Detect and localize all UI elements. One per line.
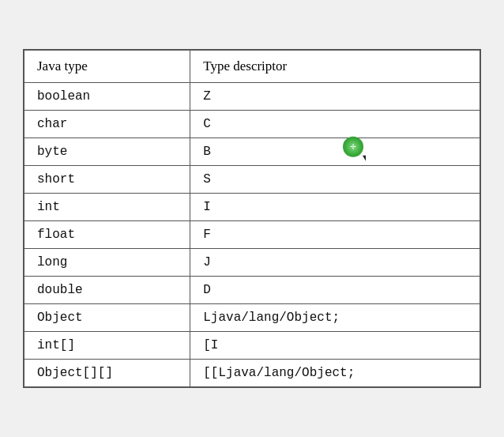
java-type-cell: long [24, 249, 190, 277]
table-row: longJ [24, 249, 480, 277]
column-header-java-type: Java type [24, 51, 190, 83]
java-type-cell: byte [24, 138, 190, 166]
descriptor-cell: I [190, 194, 480, 221]
java-type-cell: double [24, 277, 190, 304]
java-type-cell: boolean [24, 83, 190, 111]
table-row: ObjectLjava/lang/Object; [24, 304, 480, 332]
descriptor-cell: Z [190, 83, 480, 111]
descriptor-cell: F [190, 221, 480, 249]
table-row: byteB✛ [24, 138, 480, 166]
table-row: shortS [24, 166, 480, 194]
java-type-table: Java type Type descriptor booleanZcharCb… [24, 50, 480, 387]
cursor-overlay: ✛ [343, 137, 368, 162]
table-row: booleanZ [24, 83, 480, 111]
descriptor-cell: J [190, 249, 480, 277]
table-row: doubleD [24, 277, 480, 304]
table-row: intI [24, 194, 480, 221]
descriptor-cell: [[Ljava/lang/Object; [190, 360, 480, 387]
table-row: floatF [24, 221, 480, 249]
table-container: Java type Type descriptor booleanZcharCb… [23, 49, 481, 388]
java-type-cell: int [24, 194, 190, 221]
table-header-row: Java type Type descriptor [24, 51, 480, 83]
java-type-cell: char [24, 111, 190, 138]
column-header-type-descriptor: Type descriptor [190, 51, 480, 83]
descriptor-cell: D [190, 277, 480, 304]
java-type-cell: float [24, 221, 190, 249]
descriptor-cell: [I [190, 332, 480, 360]
descriptor-cell: B✛ [190, 138, 480, 166]
descriptor-cell: S [190, 166, 480, 194]
java-type-cell: int[] [24, 332, 190, 360]
cursor-arrow-icon [363, 156, 366, 161]
descriptor-cell: C [190, 111, 480, 138]
java-type-cell: Object[][] [24, 360, 190, 387]
descriptor-cell: Ljava/lang/Object; [190, 304, 480, 332]
java-type-cell: short [24, 166, 190, 194]
table-row: Object[][][[Ljava/lang/Object; [24, 360, 480, 387]
table-row: int[][I [24, 332, 480, 360]
java-type-cell: Object [24, 304, 190, 332]
table-row: charC [24, 111, 480, 138]
